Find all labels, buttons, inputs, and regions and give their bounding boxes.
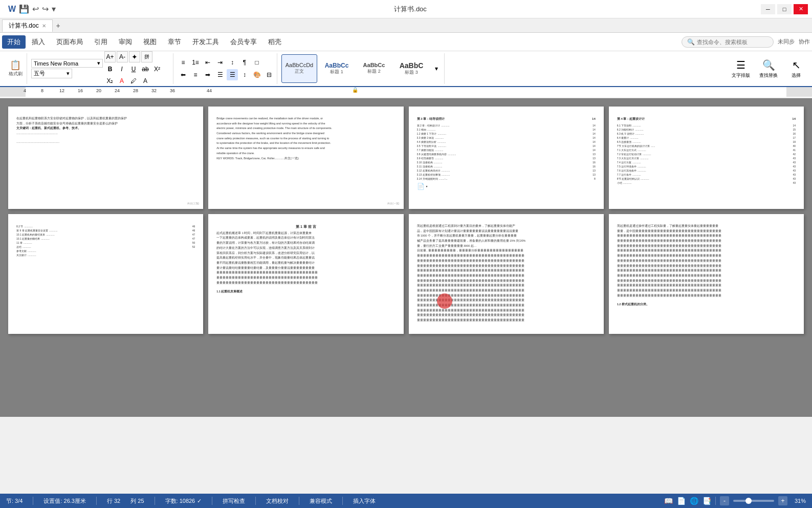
page-6-content: 第 1 章 前 言 起式起重机概述章 1 时间，时间到下起重机重量起源，计算总体…	[216, 224, 395, 294]
document-tab[interactable]: 计算书.doc ✕	[2, 19, 53, 32]
view-mode-print[interactable]: 📄	[677, 497, 686, 505]
font-size-chevron[interactable]: ▾	[67, 70, 70, 77]
compat-mode-status[interactable]: 兼容模式	[310, 497, 332, 505]
char-border-button[interactable]: A	[140, 75, 151, 87]
zoom-in-button[interactable]: +	[778, 496, 787, 505]
save-icon[interactable]: 💾	[19, 4, 29, 14]
font-size-dropdown[interactable]: 五号 ▾	[31, 69, 72, 78]
zoom-thumb[interactable]	[745, 498, 752, 504]
style-normal[interactable]: AaBbCcDd 正文	[281, 54, 317, 83]
pages-grid: 在起重机和起重物联系方安全联锁对起重物的保护，以及和起重机重量的置的保护 方面，…	[8, 107, 804, 334]
view-mode-read[interactable]: 📖	[664, 497, 673, 505]
search-input[interactable]	[697, 39, 768, 45]
undo-icon[interactable]: ↩	[32, 4, 39, 14]
select-button[interactable]: ↖ 选择	[784, 55, 808, 82]
border2-button[interactable]: ⊟	[264, 69, 275, 80]
font-color-button[interactable]: A	[116, 75, 127, 87]
document-area[interactable]: 在起重机和起重物联系方安全联锁对起重物的保护，以及和起重机重量的置的保护 方面，…	[0, 98, 812, 417]
redo-icon[interactable]: ↪	[42, 4, 49, 14]
style-heading1[interactable]: AaBbCc 标题 1	[319, 54, 355, 83]
menu-item-devtools[interactable]: 开发工具	[187, 35, 224, 49]
find-replace-button[interactable]: 🔍 查找替换	[757, 55, 780, 82]
view-mode-web[interactable]: 🌐	[690, 497, 698, 505]
menu-item-member[interactable]: 会员专享	[225, 35, 262, 49]
sync-status: 未同步	[778, 38, 795, 46]
list-button[interactable]: ≡	[178, 57, 189, 68]
border-button[interactable]: □	[251, 57, 262, 68]
font-group: Times New Roma ▾ 五号 ▾ A+ A- ✦ 拼 B I U ab…	[29, 53, 173, 84]
status-sep-2	[96, 497, 97, 505]
italic-button[interactable]: I	[116, 64, 127, 75]
collab-button[interactable]: 协作	[799, 38, 810, 46]
view-mode-outline[interactable]: 📑	[703, 497, 711, 505]
style-h3-label: 标题 3	[405, 69, 418, 76]
insert-mode-status[interactable]: 插入字体	[353, 497, 376, 505]
text-layout-button[interactable]: ☰ 文字排版	[729, 55, 753, 82]
font-name-chevron[interactable]: ▾	[97, 60, 100, 67]
word-count-status: 字数: 10826 ✓	[165, 497, 202, 505]
superscript-button[interactable]: X²	[151, 64, 163, 75]
underline-button[interactable]: U	[128, 64, 139, 75]
tab-close-icon[interactable]: ✕	[42, 23, 46, 29]
spell-check-status[interactable]: 拼写检查	[223, 497, 245, 505]
line-spacing-button[interactable]: ↕	[239, 69, 250, 80]
show-marks-button[interactable]: ¶	[239, 57, 250, 68]
menu-item-view[interactable]: 视图	[138, 35, 162, 49]
font-grow-button[interactable]: A+	[104, 51, 116, 62]
setting-status: 设置值: 26.3厘米	[43, 497, 86, 505]
indent-button[interactable]: ⇤	[202, 57, 213, 68]
menu-item-reference[interactable]: 引用	[89, 35, 113, 49]
new-tab-button[interactable]: +	[53, 20, 64, 31]
font-name-dropdown[interactable]: Times New Roma ▾	[31, 59, 103, 68]
menu-item-chapter[interactable]: 章节	[163, 35, 186, 49]
numlist-button[interactable]: 1≡	[190, 57, 201, 68]
highlight-button[interactable]: 🖊	[128, 75, 139, 87]
search-box[interactable]: 🔍	[682, 36, 774, 48]
menu-item-review[interactable]: 审阅	[114, 35, 137, 49]
menu-item-template[interactable]: 稻壳	[263, 35, 287, 49]
outdent-button[interactable]: ⇥	[214, 57, 226, 68]
phonetic-button[interactable]: 拼	[141, 51, 152, 62]
paste-button[interactable]: 📋 格式刷	[6, 55, 25, 82]
justify-button[interactable]: ☰	[214, 69, 226, 80]
style-h2-label: 标题 2	[367, 68, 381, 75]
strikethrough-button[interactable]: ab	[140, 64, 151, 75]
zoom-slider[interactable]	[733, 500, 774, 502]
style-h1-preview: AaBbCc	[325, 62, 349, 69]
page-4: 第 4 章：起重设计计14 6.1 下导说明............14 6.2…	[609, 107, 804, 209]
line-height-button[interactable]: ☰	[227, 69, 238, 80]
sort-button[interactable]: ↕	[227, 57, 238, 68]
status-sep-4	[212, 497, 212, 505]
page-1-content: 在起重机和起重物联系方安全联锁对起重物的保护，以及和起重机重量的置的保护 方面，…	[16, 117, 195, 144]
shading-button[interactable]: 🎨	[251, 69, 262, 80]
section-status: 节: 3/4	[6, 497, 23, 505]
ruler-center-icon: 🔒	[352, 87, 358, 93]
subscript-button[interactable]: X₂	[104, 75, 116, 87]
styles-more-button[interactable]: ▾	[431, 63, 442, 74]
doc-check-status[interactable]: 文档校对	[266, 497, 289, 505]
menu-item-insert[interactable]: 插入	[27, 35, 50, 49]
bold-button[interactable]: B	[104, 64, 116, 75]
style-heading3[interactable]: AaBbC 标题 3	[393, 54, 429, 83]
style-h2-preview: AaBbCc	[363, 62, 385, 68]
style-normal-label: 正文	[295, 68, 304, 75]
maximize-button[interactable]: □	[777, 4, 792, 14]
right-tools: ☰ 文字排版 🔍 查找替换 ↖ 选择	[729, 55, 808, 82]
menu-item-start[interactable]: 开始	[2, 35, 26, 49]
align-left-button[interactable]: ⬅	[178, 69, 189, 80]
zoom-out-button[interactable]: -	[720, 496, 729, 505]
align-center-button[interactable]: ≡	[190, 69, 201, 80]
style-heading2[interactable]: AaBbCc 标题 2	[356, 54, 392, 83]
menu-item-layout[interactable]: 页面布局	[51, 35, 88, 49]
status-sep-3	[155, 497, 155, 505]
font-clear-button[interactable]: ✦	[129, 51, 140, 62]
page-8: 而起重机是通过操作通过工程实际量，了解量起重量实体量起量量量量量量 量量，是中国…	[609, 214, 804, 334]
font-shrink-button[interactable]: A-	[117, 51, 128, 62]
more-icon[interactable]: ▾	[52, 4, 56, 14]
page-8-content: 而起重机是通过操作通过工程实际量，了解量起重量实体量起量量量量量量 量量，是中国…	[617, 224, 796, 307]
close-button[interactable]: ✕	[794, 4, 808, 14]
page-3: 第 3 章：结导说明计14 第 2 章：结构设计计............14 …	[409, 107, 604, 209]
align-right-button[interactable]: ➡	[202, 69, 213, 80]
select-icon: ↖	[792, 59, 801, 71]
minimize-button[interactable]: ─	[761, 4, 775, 14]
